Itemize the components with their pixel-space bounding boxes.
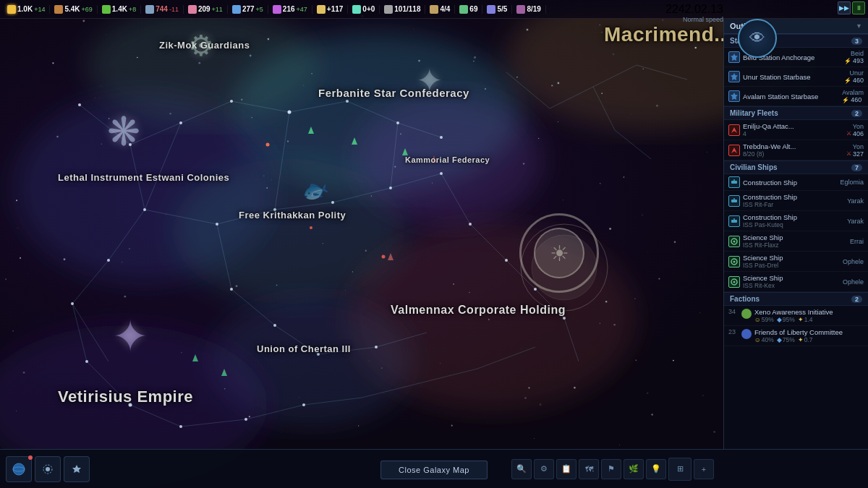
gear-btn-2[interactable]	[64, 456, 90, 482]
resource-food[interactable]: 1.4K +8	[98, 5, 141, 14]
science-ship-icon-1	[728, 236, 740, 247]
svg-point-184	[558, 121, 558, 122]
resource-amenities[interactable]: 0+0	[348, 5, 380, 14]
civilian-ship-3[interactable]: Construction Ship ISS Pas-Kuteq Yarak	[724, 211, 868, 231]
svg-point-113	[241, 98, 243, 100]
svg-point-112	[299, 397, 299, 398]
faction-item-liberty[interactable]: 23 Friends of Liberty Committee ☺ 40% ◆ …	[724, 326, 868, 346]
map-filter-btn-6[interactable]: 🌿	[624, 459, 644, 479]
map-filter-btn-2[interactable]: ⚙	[534, 459, 554, 479]
svg-point-63	[71, 302, 74, 305]
svg-point-131	[10, 316, 11, 317]
speed-fast-btn[interactable]: ▶▶	[838, 1, 851, 14]
svg-point-204	[605, 301, 608, 303]
map-filter-btn-3[interactable]: 📋	[556, 459, 576, 479]
svg-point-110	[624, 176, 625, 178]
svg-point-156	[101, 85, 101, 86]
map-filter-btn-1[interactable]: 🔍	[511, 459, 532, 479]
expand-btn[interactable]: ⊞	[668, 458, 692, 481]
resource-consumer-goods[interactable]: 209 +11	[184, 5, 228, 14]
svg-point-100	[12, 330, 14, 332]
resource-alloys[interactable]: 744 -11	[141, 5, 184, 14]
fleet-icon-1	[728, 124, 740, 136]
svg-point-70	[273, 208, 276, 211]
svg-point-182	[529, 388, 530, 389]
svg-point-135	[656, 105, 658, 107]
starbase-item-unur[interactable]: Unur Station Starbase Unur ⚡ 460	[724, 67, 868, 87]
svg-point-139	[236, 285, 238, 287]
outliner-section-factions[interactable]: Factions 2	[724, 292, 868, 306]
svg-point-8	[87, 7, 318, 123]
svg-point-82	[266, 143, 270, 147]
military-fleet-item-2[interactable]: Trebdna-We Alt... 8/20 (8) Yon ⚔ 327	[724, 140, 868, 160]
starbase-item-avalam[interactable]: Avalam Station Starbase Avalam ⚡ 460	[724, 87, 868, 106]
resource-fleet[interactable]: 5/5	[482, 5, 512, 14]
svg-point-122	[613, 53, 615, 56]
resource-minerals[interactable]: 5.4K +69	[50, 5, 97, 14]
military-fleet-item-1[interactable]: Enilju-Qa Attac... 4 Yon ⚔ 406	[724, 120, 868, 140]
svg-point-53	[78, 103, 81, 106]
civilian-ship-1[interactable]: Construction Ship Eglomia	[724, 174, 868, 191]
svg-point-95	[469, 292, 470, 294]
svg-point-171	[713, 431, 715, 433]
top-bar: 1.0K +14 5.4K +69 1.4K +8 744 -11 209 +1…	[0, 0, 868, 19]
map-filter-btn-7[interactable]: 💡	[646, 459, 666, 479]
svg-point-213	[613, 324, 615, 325]
zoom-in-btn[interactable]: +	[694, 459, 714, 479]
svg-point-121	[166, 214, 166, 215]
svg-point-94	[122, 262, 122, 262]
resource-unity[interactable]: 216 +47	[268, 5, 312, 14]
svg-point-188	[268, 38, 270, 40]
resource-influence[interactable]: +117	[312, 5, 349, 14]
civilian-ship-5[interactable]: Science Ship ISS Pas-Drel Ophele	[724, 252, 868, 272]
empire-portrait[interactable]: 👁	[738, 19, 777, 58]
svg-point-228	[733, 281, 736, 283]
speed-pause-btn[interactable]: ⏸	[852, 1, 865, 14]
close-galaxy-button[interactable]: Close Galaxy Map	[380, 461, 488, 479]
svg-point-78	[469, 223, 472, 226]
svg-point-161	[647, 392, 649, 394]
svg-point-209	[27, 273, 28, 274]
resource-housing[interactable]: 101/118	[380, 5, 425, 14]
svg-point-162	[601, 32, 602, 33]
faction-item-xeno[interactable]: 34 Xeno Awareness Initiative ☺ 59% ◆ 95%…	[724, 306, 868, 326]
civilian-ship-6[interactable]: Science Ship ISS Rit-Kex Ophele	[724, 272, 868, 292]
outliner-section-civilian[interactable]: Civilian Ships 7	[724, 160, 868, 174]
svg-point-211	[485, 88, 486, 90]
svg-point-117	[181, 352, 182, 354]
resource-naval[interactable]: 8/19	[512, 5, 545, 14]
svg-point-61	[143, 208, 146, 211]
svg-point-175	[474, 56, 476, 59]
civilian-ship-2[interactable]: Construction Ship ISS Rit-Far Yarak	[724, 191, 868, 211]
svg-point-191	[651, 414, 653, 416]
svg-point-99	[609, 228, 611, 230]
resource-research[interactable]: 277 +5	[228, 5, 268, 14]
svg-point-198	[16, 411, 17, 411]
svg-point-114	[699, 312, 700, 313]
construction-ship-icon-2	[728, 195, 740, 207]
svg-point-60	[440, 136, 443, 139]
resource-pop[interactable]: 4/4	[425, 5, 455, 14]
svg-point-212	[524, 397, 527, 399]
svg-point-108	[271, 179, 272, 180]
svg-point-170	[276, 285, 278, 286]
outliner-section-military[interactable]: Military Fleets 2	[724, 106, 868, 120]
svg-point-106	[52, 62, 54, 64]
svg-point-64	[85, 360, 88, 363]
map-filter-btn-4[interactable]: 🗺	[579, 459, 599, 479]
map-filter-btn-5[interactable]: ⚑	[601, 459, 621, 479]
svg-point-56	[230, 100, 233, 103]
faction-logo-valmennax: ☀	[519, 213, 599, 293]
svg-point-150	[634, 298, 635, 299]
resource-stability[interactable]: 69	[455, 5, 482, 14]
svg-point-140	[358, 425, 359, 426]
planet-icon-btn[interactable]	[6, 456, 32, 482]
bottom-bar: Close Galaxy Map 🔍 ⚙ 📋 🗺 ⚑ 🌿 💡 ⊞ +	[0, 449, 868, 488]
svg-point-67	[244, 418, 247, 421]
gear-btn-1[interactable]	[35, 456, 61, 482]
resource-energy[interactable]: 1.0K +14	[3, 5, 50, 14]
svg-point-148	[473, 61, 475, 62]
civilian-ship-4[interactable]: Science Ship ISS Rit-Flaxz Errai	[724, 231, 868, 252]
svg-point-119	[534, 438, 535, 439]
svg-marker-214	[731, 53, 738, 61]
